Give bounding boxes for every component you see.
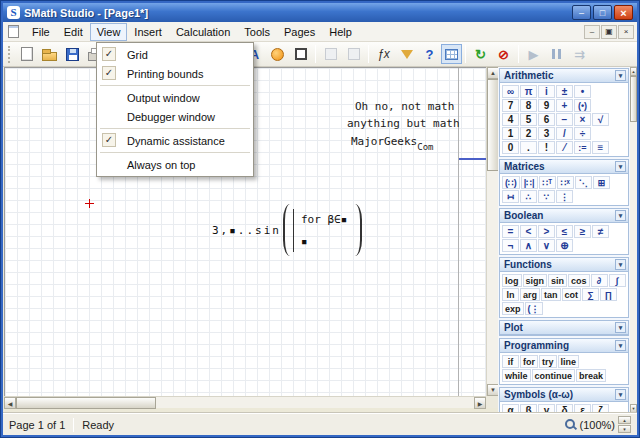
canvas-horizontal-scrollbar[interactable]: ◀ ▶ bbox=[4, 396, 486, 408]
palette-button[interactable]: ∂ bbox=[591, 274, 608, 287]
menu-tools[interactable]: Tools bbox=[237, 23, 277, 41]
palette-button[interactable]: cot bbox=[562, 288, 582, 301]
palette-button[interactable]: ∫ bbox=[609, 274, 626, 287]
palette-button[interactable]: δ bbox=[556, 404, 573, 413]
text-region-line1[interactable]: Oh no, not math bbox=[355, 100, 454, 113]
palette-button[interactable]: ≤ bbox=[556, 225, 573, 238]
sidebar-scrollbar[interactable]: ▲ ▼ bbox=[630, 67, 637, 413]
menu-item-debugger-window[interactable]: Debugger window bbox=[97, 107, 253, 126]
palette-button[interactable]: β bbox=[520, 404, 537, 413]
palette-button[interactable]: ∧ bbox=[520, 239, 537, 252]
reference-button[interactable]: ? bbox=[418, 43, 441, 65]
background-color-button[interactable] bbox=[266, 43, 289, 65]
menu-view[interactable]: View bbox=[90, 23, 128, 41]
save-button[interactable] bbox=[61, 43, 84, 65]
scroll-down-button[interactable]: ▼ bbox=[630, 404, 637, 413]
palette-button[interactable]: line bbox=[558, 355, 580, 368]
menu-file[interactable]: File bbox=[25, 23, 57, 41]
palette-button[interactable]: ! bbox=[538, 141, 555, 154]
panel-programming-header[interactable]: Programming ▾ bbox=[500, 339, 628, 353]
menu-item-printing-bounds[interactable]: ✓Printing bounds bbox=[97, 64, 253, 83]
page-icon[interactable] bbox=[8, 25, 19, 38]
palette-button[interactable]: ∞ bbox=[502, 85, 519, 98]
palette-button[interactable]: ln bbox=[502, 288, 519, 301]
chevron-down-icon[interactable]: ▾ bbox=[615, 340, 626, 351]
palette-button[interactable]: ≥ bbox=[574, 225, 591, 238]
palette-button[interactable]: ε bbox=[574, 404, 591, 413]
menu-item-dynamic-assistance[interactable]: ✓Dynamic assistance bbox=[97, 131, 253, 150]
chevron-down-icon[interactable]: ▾ bbox=[615, 322, 626, 333]
menu-edit[interactable]: Edit bbox=[57, 23, 90, 41]
palette-button[interactable]: ± bbox=[556, 85, 573, 98]
palette-button[interactable]: 3 bbox=[538, 127, 555, 140]
palette-button[interactable]: if bbox=[502, 355, 519, 368]
palette-button[interactable]: 0 bbox=[502, 141, 519, 154]
mdi-minimize-button[interactable]: – bbox=[584, 25, 600, 39]
palette-button[interactable]: ⋱ bbox=[575, 176, 592, 189]
palette-button[interactable]: / bbox=[556, 127, 573, 140]
palette-button[interactable]: ≠ bbox=[592, 225, 609, 238]
function-button[interactable]: ƒx bbox=[372, 43, 395, 65]
palette-button[interactable]: sign bbox=[523, 274, 548, 287]
palette-button[interactable]: ⊕ bbox=[556, 239, 573, 252]
palette-button[interactable]: sin bbox=[548, 274, 567, 287]
palette-button[interactable]: 8 bbox=[520, 99, 537, 112]
scroll-thumb[interactable] bbox=[630, 76, 637, 122]
menu-calculation[interactable]: Calculation bbox=[169, 23, 237, 41]
units-button[interactable] bbox=[395, 43, 418, 65]
palette-button[interactable]: √ bbox=[592, 113, 609, 126]
app-icon[interactable]: S bbox=[7, 6, 20, 19]
palette-button[interactable]: ∵ bbox=[538, 190, 555, 203]
panel-symbols-header[interactable]: Symbols (α-ω) ▾ bbox=[500, 388, 628, 402]
panel-matrices-header[interactable]: Matrices ▾ bbox=[500, 160, 628, 174]
zoom-decrease-button[interactable]: ▾ bbox=[618, 425, 631, 433]
palette-button[interactable]: for bbox=[520, 355, 538, 368]
menu-help[interactable]: Help bbox=[322, 23, 359, 41]
palette-button[interactable]: ≡ bbox=[592, 141, 609, 154]
scroll-right-button[interactable]: ▶ bbox=[474, 397, 486, 409]
palette-button[interactable]: π bbox=[520, 85, 537, 98]
scroll-thumb[interactable] bbox=[16, 397, 156, 409]
panel-functions-header[interactable]: Functions ▾ bbox=[500, 258, 628, 272]
palette-button[interactable]: ∑ bbox=[582, 288, 599, 301]
palette-button[interactable]: ∷ˣ bbox=[557, 176, 574, 189]
panel-arithmetic-header[interactable]: Arithmetic ▾ bbox=[500, 69, 628, 83]
panel-plot-header[interactable]: Plot ▾ bbox=[500, 321, 628, 335]
palette-button[interactable]: tan bbox=[541, 288, 561, 301]
palette-button[interactable]: α bbox=[502, 404, 519, 413]
palette-button[interactable]: ⊞ bbox=[593, 176, 610, 189]
palette-button[interactable]: arg bbox=[520, 288, 540, 301]
palette-button[interactable]: while bbox=[502, 369, 531, 382]
palette-button[interactable]: (⋮ bbox=[525, 302, 543, 315]
maximize-button[interactable]: □ bbox=[593, 5, 612, 20]
palette-button[interactable]: i bbox=[538, 85, 555, 98]
palette-button[interactable]: + bbox=[556, 99, 573, 112]
mdi-close-button[interactable]: × bbox=[618, 25, 634, 39]
palette-button[interactable]: 4 bbox=[502, 113, 519, 126]
menu-pages[interactable]: Pages bbox=[277, 23, 322, 41]
mdi-restore-button[interactable]: ▣ bbox=[601, 25, 617, 39]
chevron-down-icon[interactable]: ▾ bbox=[615, 259, 626, 270]
palette-button[interactable]: (•) bbox=[574, 99, 591, 112]
palette-button[interactable]: ⋮ bbox=[556, 190, 573, 203]
palette-button[interactable]: exp bbox=[502, 302, 524, 315]
palette-button[interactable]: • bbox=[574, 85, 591, 98]
scroll-up-button[interactable]: ▲ bbox=[630, 67, 637, 76]
palette-button[interactable]: ¬ bbox=[502, 239, 519, 252]
palette-button[interactable]: 6 bbox=[538, 113, 555, 126]
palette-button[interactable]: cos bbox=[568, 274, 590, 287]
recalculate-button[interactable]: ↻ bbox=[469, 43, 492, 65]
palette-button[interactable]: := bbox=[574, 141, 591, 154]
palette-button[interactable]: 5 bbox=[520, 113, 537, 126]
canvas-vertical-scrollbar[interactable]: ▲ ▼ bbox=[486, 67, 498, 396]
chevron-down-icon[interactable]: ▾ bbox=[615, 161, 626, 172]
palette-button[interactable]: × bbox=[574, 113, 591, 126]
open-button[interactable] bbox=[38, 43, 61, 65]
menu-item-always-on-top[interactable]: Always on top bbox=[97, 155, 253, 174]
palette-button[interactable]: − bbox=[556, 113, 573, 126]
palette-button[interactable]: ∨ bbox=[538, 239, 555, 252]
palette-button[interactable]: 9 bbox=[538, 99, 555, 112]
palette-button[interactable]: ÷ bbox=[574, 127, 591, 140]
menu-insert[interactable]: Insert bbox=[127, 23, 169, 41]
math-region[interactable]: 3,▪..sin for β∈▪ ▪ bbox=[212, 204, 362, 256]
